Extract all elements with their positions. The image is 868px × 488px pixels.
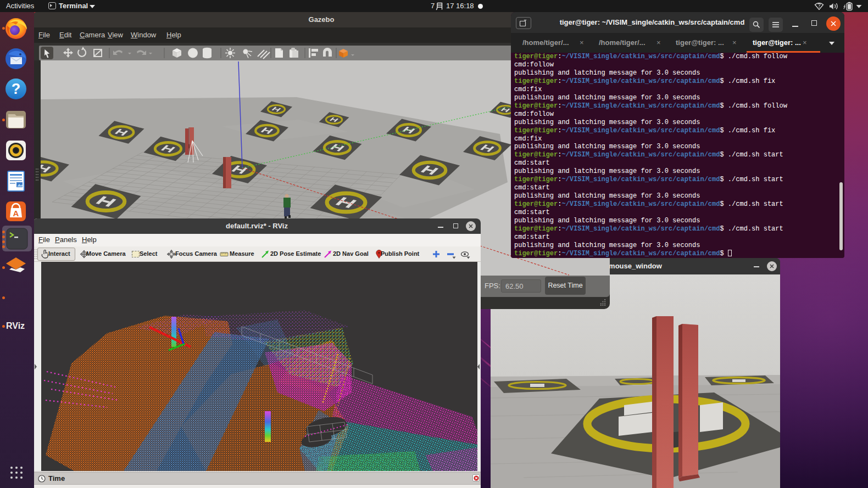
svg-text:A: A [13,209,19,218]
svg-text:?: ? [12,81,21,97]
